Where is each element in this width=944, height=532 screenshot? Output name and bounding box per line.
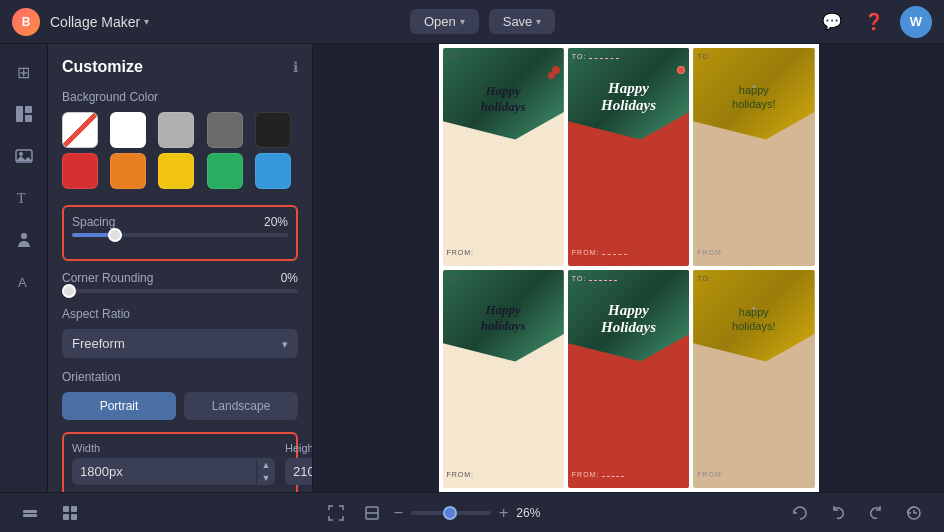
bottom-left: [16, 499, 84, 527]
width-up-button[interactable]: ▲: [257, 459, 275, 472]
app-logo: B: [12, 8, 40, 36]
svg-rect-1: [25, 106, 32, 113]
reset-icon[interactable]: [786, 499, 814, 527]
icon-sidebar: ⊞ T: [0, 44, 48, 492]
collage-cell-4[interactable]: TO: Happyholidays FROM:: [443, 270, 564, 488]
open-chevron: ▾: [460, 16, 465, 27]
zoom-out-icon[interactable]: −: [394, 504, 403, 522]
history-icon[interactable]: [900, 499, 928, 527]
open-button[interactable]: Open ▾: [410, 9, 479, 34]
svg-text:A: A: [18, 275, 27, 290]
sidebar-item-text[interactable]: T: [6, 180, 42, 216]
dimensions-section: Width ▲ ▼ Height ▲: [62, 432, 298, 492]
aspect-ratio-dropdown-wrapper: Freeform 1:1 4:3 16:9 ▾: [62, 329, 298, 358]
collage-cell-6[interactable]: TO: ✦ happyholidays! FROM:: [693, 270, 814, 488]
color-swatch-red[interactable]: [62, 153, 98, 189]
undo-icon[interactable]: [824, 499, 852, 527]
collage-cell-1[interactable]: TO: Happyholidays FROM:: [443, 48, 564, 266]
color-swatch-green[interactable]: [207, 153, 243, 189]
color-swatch-black[interactable]: [255, 112, 291, 148]
collage-cell-5[interactable]: TO: HappyHolidays FROM:: [568, 270, 689, 488]
collage-cell-2[interactable]: TO: HappyHolidays FROM:: [568, 48, 689, 266]
svg-rect-12: [63, 514, 69, 520]
bottom-center: − + 26%: [322, 499, 549, 527]
corner-rounding-track: [62, 289, 298, 293]
corner-rounding-thumb[interactable]: [62, 284, 76, 298]
collage-canvas: TO: Happyholidays FROM: TO: HappyHoliday…: [439, 44, 819, 492]
topbar-right: 💬 ❓ W: [816, 6, 932, 38]
height-input-wrapper: ▲ ▼: [285, 458, 313, 485]
fit-icon[interactable]: [358, 499, 386, 527]
zoom-in-icon[interactable]: +: [499, 504, 508, 522]
spacing-section: Spacing 20%: [62, 205, 298, 261]
height-label: Height: [285, 442, 313, 454]
svg-text:T: T: [17, 191, 26, 206]
landscape-button[interactable]: Landscape: [184, 392, 298, 420]
height-input[interactable]: [285, 458, 313, 485]
comment-icon-button[interactable]: 💬: [816, 6, 848, 38]
width-down-button[interactable]: ▼: [257, 472, 275, 485]
corner-rounding-value: 0%: [281, 271, 298, 285]
canvas-area: TO: Happyholidays FROM: TO: HappyHoliday…: [313, 44, 944, 492]
expand-icon[interactable]: [322, 499, 350, 527]
width-input[interactable]: [72, 458, 256, 485]
topbar: B Collage Maker ▾ Open ▾ Save ▾ 💬 ❓ W: [0, 0, 944, 44]
sidebar-item-image[interactable]: [6, 138, 42, 174]
height-group: Height ▲ ▼: [285, 442, 313, 485]
zoom-slider-container[interactable]: − +: [394, 504, 509, 522]
svg-rect-2: [25, 115, 32, 122]
orientation-label: Orientation: [62, 370, 298, 384]
grid-icon[interactable]: [56, 499, 84, 527]
help-icon-button[interactable]: ❓: [858, 6, 890, 38]
collage-cell-3[interactable]: TO: ✦ happyholidays! FROM:: [693, 48, 814, 266]
sidebar-item-grid[interactable]: ⊞: [6, 54, 42, 90]
width-group: Width ▲ ▼: [72, 442, 275, 485]
spacing-thumb[interactable]: [108, 228, 122, 242]
color-swatch-dark-gray[interactable]: [207, 112, 243, 148]
corner-rounding-label: Corner Rounding: [62, 271, 153, 285]
zoom-track[interactable]: [411, 511, 491, 515]
redo-icon[interactable]: [862, 499, 890, 527]
spacing-label: Spacing: [72, 215, 115, 229]
color-grid: [62, 112, 298, 189]
spacing-track: [72, 233, 288, 237]
save-chevron: ▾: [536, 16, 541, 27]
svg-rect-8: [23, 510, 37, 513]
svg-rect-9: [23, 514, 37, 517]
width-label: Width: [72, 442, 275, 454]
aspect-ratio-select[interactable]: Freeform 1:1 4:3 16:9: [62, 329, 298, 358]
spacing-slider-container[interactable]: [72, 233, 288, 237]
corner-rounding-row: Corner Rounding 0%: [62, 271, 298, 285]
portrait-button[interactable]: Portrait: [62, 392, 176, 420]
layers-icon[interactable]: [16, 499, 44, 527]
corner-rounding-slider-container[interactable]: [62, 289, 298, 293]
orientation-row: Portrait Landscape: [62, 392, 298, 420]
zoom-thumb[interactable]: [443, 506, 457, 520]
panel-title: Customize: [62, 58, 143, 76]
color-swatch-orange[interactable]: [110, 153, 146, 189]
color-swatch-transparent[interactable]: [62, 112, 98, 148]
user-avatar[interactable]: W: [900, 6, 932, 38]
width-input-wrapper: ▲ ▼: [72, 458, 275, 485]
svg-rect-11: [71, 506, 77, 512]
color-swatch-light-gray[interactable]: [158, 112, 194, 148]
spacing-value: 20%: [264, 215, 288, 229]
color-swatch-yellow[interactable]: [158, 153, 194, 189]
background-color-label: Background Color: [62, 90, 298, 104]
color-swatch-white[interactable]: [110, 112, 146, 148]
bottom-right: [786, 499, 928, 527]
color-swatch-blue[interactable]: [255, 153, 291, 189]
aspect-ratio-label: Aspect Ratio: [62, 307, 298, 321]
app-name-label: Collage Maker: [50, 14, 140, 30]
sidebar-item-type[interactable]: A: [6, 264, 42, 300]
app-name-button[interactable]: Collage Maker ▾: [50, 14, 149, 30]
save-button[interactable]: Save ▾: [489, 9, 556, 34]
open-label: Open: [424, 14, 456, 29]
sidebar-item-layout[interactable]: [6, 96, 42, 132]
sidebar-item-people[interactable]: [6, 222, 42, 258]
info-icon[interactable]: ℹ: [293, 59, 298, 75]
customize-panel: Customize ℹ Background Color Spacing 20%: [48, 44, 313, 492]
svg-rect-10: [63, 506, 69, 512]
svg-point-4: [19, 152, 23, 156]
svg-rect-13: [71, 514, 77, 520]
